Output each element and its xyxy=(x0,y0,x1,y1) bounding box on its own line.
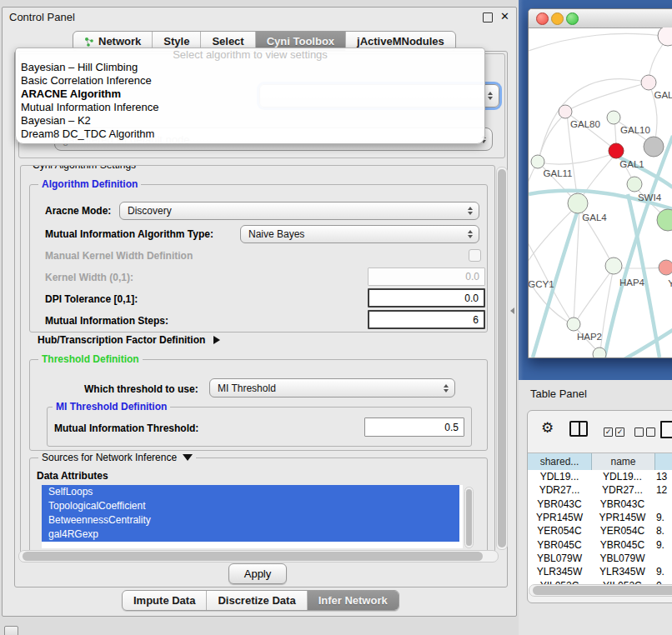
unselect-all-columns-icon[interactable] xyxy=(634,428,655,437)
which-threshold-combobox[interactable]: MI Threshold xyxy=(209,378,455,398)
manual-kernel-checkbox[interactable] xyxy=(469,249,481,262)
attribute-list-item[interactable]: TopologicalCoefficient xyxy=(42,499,459,513)
table-panel-title: Table Panel xyxy=(530,388,587,400)
attribute-list-item[interactable]: BetweennessCentrality xyxy=(42,513,459,528)
aracne-mode-combobox[interactable]: Discovery xyxy=(119,202,479,220)
bottom-tab-impute-data[interactable]: Impute Data xyxy=(123,591,207,610)
network-edge xyxy=(575,268,614,322)
column-header-1[interactable]: shared... xyxy=(528,453,592,470)
network-node-swi4[interactable] xyxy=(627,177,642,192)
threshold-definition-title: Threshold Definition xyxy=(38,353,143,365)
dropdown-item[interactable]: Mutual Information Inference xyxy=(16,101,484,114)
network-view-window: GALGAL80GAL10GAL1GAL11SWI4GAL4GCY1HAP4YH… xyxy=(528,8,672,358)
table-row[interactable]: YDR27...YDR27...12 xyxy=(528,483,672,497)
close-icon[interactable]: ✕ xyxy=(500,10,509,22)
tab-label: jActiveMNodules xyxy=(357,35,444,48)
network-node[interactable] xyxy=(593,348,606,358)
table-cell: YBR045C xyxy=(591,539,654,551)
network-graph[interactable]: GALGAL80GAL10GAL1GAL11SWI4GAL4GCY1HAP4YH… xyxy=(529,28,672,358)
table-settings-gear-icon[interactable]: ⚙ xyxy=(541,421,554,435)
attributes-scrollbar[interactable] xyxy=(464,487,474,548)
node-label: Y xyxy=(668,278,672,288)
dropdown-item[interactable]: Bayesian – Hill Climbing xyxy=(16,61,484,74)
table-cell: YPR145W xyxy=(528,512,591,523)
network-node-gal1[interactable] xyxy=(609,143,624,158)
table-row[interactable]: YLR345WYLR345W9. xyxy=(528,565,672,578)
tab-label: Impute Data xyxy=(133,594,195,607)
float-panel-icon[interactable] xyxy=(483,12,493,22)
data-attributes-list[interactable]: SelfLoopsTopologicalCoefficientBetweenne… xyxy=(42,485,463,548)
new-table-icon[interactable] xyxy=(660,421,672,438)
node-label: GAL11 xyxy=(544,168,573,178)
table-cell: YBR043C xyxy=(591,498,654,510)
sources-title-row[interactable]: Sources for Network Inference xyxy=(38,452,196,463)
stepper-arrows-icon xyxy=(468,207,473,215)
attribute-list-item[interactable]: SelfLoops xyxy=(42,485,459,499)
dropdown-item[interactable]: Dream8 DC_TDC Algorithm xyxy=(16,128,484,141)
table-row[interactable]: YBL079WYBL079W xyxy=(528,552,672,565)
network-node[interactable] xyxy=(657,209,672,231)
node-label: GAL80 xyxy=(570,119,600,129)
table-row[interactable]: YBR045CYBR045C9. xyxy=(528,538,672,551)
network-icon xyxy=(84,37,94,47)
select-all-columns-icon[interactable]: ✓✓ xyxy=(604,428,624,437)
minimized-panel-icon[interactable] xyxy=(4,626,18,635)
mi-type-combobox[interactable]: Naive Bayes xyxy=(240,225,479,243)
aracne-mode-label: Aracne Mode: xyxy=(45,205,111,217)
dropdown-hint: Select algorithm to view settings xyxy=(16,49,484,61)
node-label: HAP2 xyxy=(577,332,602,342)
table-row[interactable]: YDL19...YDL19...13 xyxy=(528,470,672,483)
settings-horizontal-scrollbar[interactable] xyxy=(18,550,499,562)
dropdown-item[interactable]: Bayesian – K2 xyxy=(16,114,484,128)
algorithm-definition-group: Algorithm Definition Aracne Mode: Discov… xyxy=(29,184,488,332)
dropdown-item[interactable]: Basic Correlation Inference xyxy=(16,74,484,88)
network-node-y[interactable] xyxy=(659,260,672,275)
network-node[interactable] xyxy=(644,137,664,157)
network-node-gal[interactable] xyxy=(641,75,656,90)
sources-title: Sources for Network Inference xyxy=(42,452,177,463)
mi-steps-input[interactable]: 6 xyxy=(368,310,485,329)
mi-threshold-group-title: MI Threshold Definition xyxy=(53,401,170,412)
bottom-tab-infer-network[interactable]: Infer Network xyxy=(308,591,399,610)
apply-button[interactable]: Apply xyxy=(228,563,287,584)
zoom-traffic-light-icon[interactable] xyxy=(566,12,579,25)
attribute-list-item[interactable]: gal4RGexp xyxy=(42,528,459,542)
dropdown-item[interactable]: ARACNE Algorithm xyxy=(16,88,484,101)
bottom-tab-discretize-data[interactable]: Discretize Data xyxy=(207,591,307,610)
column-header-2[interactable]: name xyxy=(592,453,655,470)
split-pane-collapse-icon[interactable] xyxy=(510,308,514,314)
node-label: GAL4 xyxy=(582,212,607,222)
network-node-gal11[interactable] xyxy=(531,155,544,168)
table-row[interactable]: YBR043CYBR043C xyxy=(528,498,672,511)
dpi-tolerance-input[interactable]: 0.0 xyxy=(368,288,485,308)
network-node-gal4[interactable] xyxy=(568,193,588,213)
network-node-gal80[interactable] xyxy=(559,105,572,118)
table-cell: YBL079W xyxy=(528,552,591,564)
table-cell: YDR27... xyxy=(591,484,654,496)
mi-threshold-input[interactable]: 0.5 xyxy=(364,418,464,437)
mi-steps-label: Mutual Information Steps: xyxy=(45,315,168,327)
column-layout-icon[interactable] xyxy=(569,421,588,437)
network-node[interactable] xyxy=(658,28,672,46)
network-desktop: GALGAL80GAL10GAL1GAL11SWI4GAL4GCY1HAP4YH… xyxy=(519,0,672,380)
table-cell: YBR045C xyxy=(528,539,591,551)
table-row[interactable]: YPR145WYPR145W9. xyxy=(528,511,672,524)
data-attributes-label: Data Attributes xyxy=(37,470,108,482)
network-node-hap2[interactable] xyxy=(567,318,580,331)
table-cell: 9. xyxy=(654,566,672,578)
node-label: GAL10 xyxy=(620,125,650,135)
network-node-hap4[interactable] xyxy=(605,258,622,274)
minimize-traffic-light-icon[interactable] xyxy=(551,12,564,25)
table-row[interactable]: YER054CYER054C8. xyxy=(528,524,672,538)
settings-vertical-scrollbar[interactable] xyxy=(496,167,508,550)
which-threshold-label: Which threshold to use: xyxy=(84,383,198,395)
column-header-3[interactable]: A xyxy=(655,453,672,470)
close-traffic-light-icon[interactable] xyxy=(536,12,549,25)
node-label: HAP4 xyxy=(619,278,645,288)
network-edge xyxy=(567,82,649,111)
network-node-gal10[interactable] xyxy=(607,111,620,124)
hub-definition-toggle[interactable]: Hub/Transcription Factor Definition xyxy=(38,334,220,346)
network-window-titlebar xyxy=(529,9,672,28)
table-horizontal-scrollbar[interactable] xyxy=(529,584,672,597)
kernel-width-input[interactable]: 0.0 xyxy=(368,268,485,286)
